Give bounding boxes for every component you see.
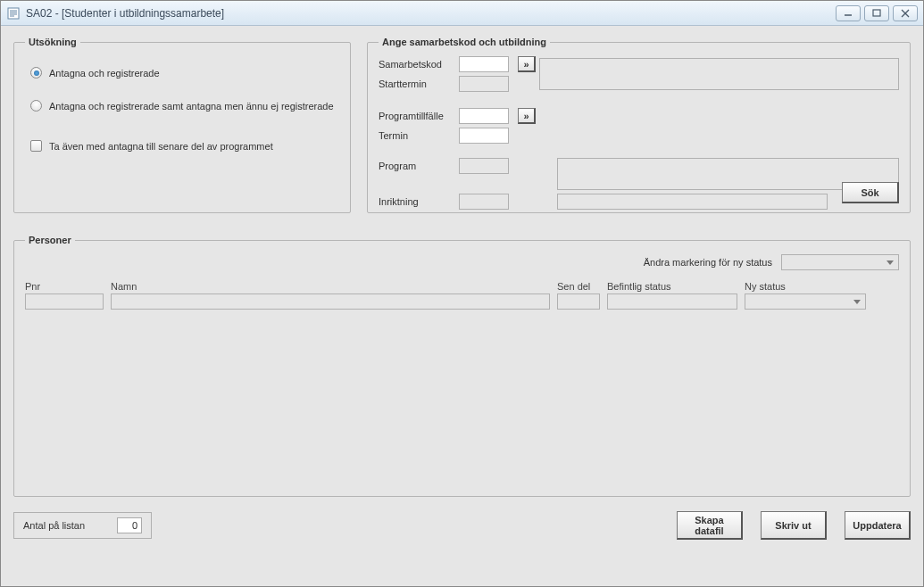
display-inriktning-desc xyxy=(557,194,828,210)
label-andra-markering: Ändra markering för ny status xyxy=(644,257,772,268)
skriv-ut-button[interactable]: Skriv ut xyxy=(761,511,827,540)
value-antal: 0 xyxy=(117,517,142,533)
skapa-datafil-label: Skapa datafil xyxy=(695,515,723,536)
input-samarbetskod[interactable] xyxy=(459,56,509,72)
maximize-button[interactable] xyxy=(864,5,889,21)
radio-label-2: Antagna och registrerade samt antagna me… xyxy=(49,101,334,112)
label-starttermin: Starttermin xyxy=(379,79,455,89)
col-header-namn: Namn xyxy=(111,281,550,292)
label-programtillfalle: Programtillfälle xyxy=(379,111,455,121)
label-termin: Termin xyxy=(379,130,455,141)
client-area: Utsökning Antagna och registrerade Antag… xyxy=(1,26,923,586)
window-title: SA02 - [Studenter i utbildningssamarbete… xyxy=(26,7,836,20)
svg-line-7 xyxy=(902,10,909,17)
fieldset-ange: Ange samarbetskod och utbildning Samarbe… xyxy=(367,37,911,213)
radio-row-1[interactable]: Antagna och registrerade xyxy=(30,67,339,79)
legend-personer: Personer xyxy=(25,235,75,245)
skriv-ut-label: Skriv ut xyxy=(775,520,811,531)
input-programtillfalle[interactable] xyxy=(459,108,509,124)
legend-ange: Ange samarbetskod och utbildning xyxy=(379,37,550,47)
col-header-sendel: Sen del xyxy=(557,281,600,292)
lookup-programtillfalle-button[interactable]: » xyxy=(518,108,536,124)
search-button-label: Sök xyxy=(861,187,878,198)
radio-antagna-ej-registrerade[interactable] xyxy=(30,100,42,112)
dropdown-andra-markering[interactable] xyxy=(781,254,899,270)
display-samarbetskod-desc xyxy=(539,58,899,90)
label-samarbetskod: Samarbetskod xyxy=(379,59,455,70)
count-box: Antal på listan 0 xyxy=(13,512,152,539)
input-termin[interactable] xyxy=(459,128,509,144)
col-header-pnr: Pnr xyxy=(25,281,104,292)
svg-rect-6 xyxy=(873,10,880,16)
app-icon xyxy=(6,6,21,21)
titlebar: SA02 - [Studenter i utbildningssamarbete… xyxy=(1,1,923,26)
label-antal: Antal på listan xyxy=(23,520,85,531)
legend-utsokning: Utsökning xyxy=(25,37,80,47)
chevron-down-icon xyxy=(853,300,861,304)
radio-label-1: Antagna och registrerade xyxy=(49,68,160,79)
radio-row-2[interactable]: Antagna och registrerade samt antagna me… xyxy=(30,100,339,112)
minimize-button[interactable] xyxy=(836,5,861,21)
fieldset-personer: Personer Ändra markering för ny status P… xyxy=(13,235,911,497)
close-button[interactable] xyxy=(893,5,918,21)
cell-befintlig[interactable] xyxy=(607,294,737,310)
skapa-datafil-button[interactable]: Skapa datafil xyxy=(677,511,743,540)
fieldset-utsokning: Utsökning Antagna och registrerade Antag… xyxy=(13,37,351,213)
display-program-code xyxy=(459,158,509,174)
uppdatera-label: Uppdatera xyxy=(853,520,901,531)
radio-antagna-registrerade[interactable] xyxy=(30,67,42,79)
label-inriktning: Inriktning xyxy=(379,196,455,207)
uppdatera-button[interactable]: Uppdatera xyxy=(845,511,911,540)
svg-rect-0 xyxy=(8,8,19,19)
lookup-samarbetskod-button[interactable]: » xyxy=(518,56,536,72)
window: SA02 - [Studenter i utbildningssamarbete… xyxy=(0,0,924,587)
cell-nystatus-dropdown[interactable] xyxy=(745,294,866,310)
display-inriktning-code xyxy=(459,194,509,210)
checkbox-senare-del[interactable] xyxy=(30,140,42,152)
chevron-down-icon xyxy=(887,260,894,265)
cell-sendel[interactable] xyxy=(557,294,600,310)
chevron-right-icon: » xyxy=(523,59,529,70)
table-row xyxy=(25,294,899,310)
window-buttons xyxy=(836,5,918,21)
chevron-right-icon: » xyxy=(523,111,529,121)
search-button[interactable]: Sök xyxy=(842,182,899,203)
cell-namn[interactable] xyxy=(111,294,550,310)
svg-line-8 xyxy=(902,10,909,17)
cell-pnr[interactable] xyxy=(25,294,104,310)
label-program: Program xyxy=(379,161,455,171)
checkbox-label: Ta även med antagna till senare del av p… xyxy=(49,141,273,152)
col-header-nystatus: Ny status xyxy=(745,281,866,292)
checkbox-row[interactable]: Ta även med antagna till senare del av p… xyxy=(30,140,339,152)
input-starttermin[interactable] xyxy=(459,76,509,92)
col-header-befintlig: Befintlig status xyxy=(607,281,737,292)
